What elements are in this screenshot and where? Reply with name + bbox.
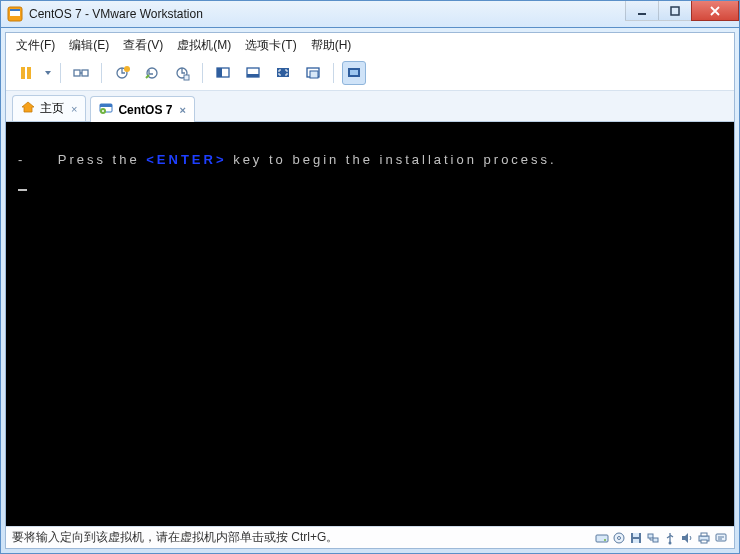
minimize-button[interactable] xyxy=(625,1,659,21)
svg-point-35 xyxy=(669,541,672,544)
svg-rect-22 xyxy=(350,70,358,75)
floppy-icon[interactable] xyxy=(629,531,643,545)
svg-point-27 xyxy=(604,539,606,541)
devices-button[interactable] xyxy=(69,61,93,85)
snapshot-revert-button[interactable] xyxy=(140,61,164,85)
svg-rect-26 xyxy=(596,535,608,542)
svg-rect-38 xyxy=(701,540,707,543)
pause-button[interactable] xyxy=(14,61,38,85)
svg-rect-33 xyxy=(648,534,653,538)
fit-guest-button[interactable] xyxy=(211,61,235,85)
svg-rect-31 xyxy=(633,533,639,537)
snapshot-manager-button[interactable] xyxy=(170,61,194,85)
svg-rect-34 xyxy=(653,538,658,542)
svg-point-29 xyxy=(618,536,621,539)
term-text-pre: Press the xyxy=(58,152,147,167)
svg-rect-13 xyxy=(184,75,189,80)
cd-icon[interactable] xyxy=(612,531,626,545)
svg-rect-24 xyxy=(100,104,112,107)
svg-rect-32 xyxy=(633,539,639,543)
svg-rect-17 xyxy=(247,74,259,77)
fullscreen-button[interactable] xyxy=(271,61,295,85)
vm-console[interactable]: - Press the <ENTER> key to begin the ins… xyxy=(6,122,734,526)
svg-rect-5 xyxy=(21,67,25,79)
menubar: 文件(F) 编辑(E) 查看(V) 虚拟机(M) 选项卡(T) 帮助(H) xyxy=(6,33,734,58)
vm-icon xyxy=(99,101,113,118)
svg-rect-7 xyxy=(74,70,80,76)
unity-button[interactable] xyxy=(301,61,325,85)
close-button[interactable] xyxy=(691,1,739,21)
term-enter-key: <ENTER> xyxy=(146,152,226,167)
hdd-icon[interactable] xyxy=(595,531,609,545)
svg-rect-4 xyxy=(671,7,679,15)
menu-vm[interactable]: 虚拟机(M) xyxy=(177,37,231,54)
menu-help[interactable]: 帮助(H) xyxy=(311,37,352,54)
window-titlebar: CentOS 7 - VMware Workstation xyxy=(0,0,740,28)
svg-rect-8 xyxy=(82,70,88,76)
power-dropdown[interactable] xyxy=(44,69,52,77)
tab-close-icon[interactable]: × xyxy=(179,104,185,116)
menu-view[interactable]: 查看(V) xyxy=(123,37,163,54)
network-icon[interactable] xyxy=(646,531,660,545)
fit-window-button[interactable] xyxy=(241,61,265,85)
svg-rect-6 xyxy=(27,67,31,79)
svg-rect-2 xyxy=(10,9,20,11)
term-dash: - xyxy=(18,152,25,167)
svg-rect-18 xyxy=(277,68,289,77)
tab-close-icon[interactable]: × xyxy=(71,103,77,115)
toolbar xyxy=(6,58,734,91)
statusbar: 要将输入定向到该虚拟机，请在虚拟机内部单击或按 Ctrl+G。 xyxy=(6,526,734,548)
app-icon xyxy=(7,6,23,22)
window-title: CentOS 7 - VMware Workstation xyxy=(29,7,626,21)
menu-file[interactable]: 文件(F) xyxy=(16,37,55,54)
snapshot-take-button[interactable] xyxy=(110,61,134,85)
tab-home-label: 主页 xyxy=(40,100,64,117)
status-message: 要将输入定向到该虚拟机，请在虚拟机内部单击或按 Ctrl+G。 xyxy=(12,529,595,546)
tab-home[interactable]: 主页 × xyxy=(12,95,86,121)
tabstrip: 主页 × CentOS 7 × xyxy=(6,91,734,122)
console-view-button[interactable] xyxy=(342,61,366,85)
window-controls xyxy=(626,1,739,27)
menu-tabs[interactable]: 选项卡(T) xyxy=(245,37,296,54)
svg-rect-15 xyxy=(217,68,222,77)
usb-icon[interactable] xyxy=(663,531,677,545)
window-frame: 文件(F) 编辑(E) 查看(V) 虚拟机(M) 选项卡(T) 帮助(H) 主页… xyxy=(0,28,740,554)
svg-rect-20 xyxy=(310,71,318,78)
tab-vm[interactable]: CentOS 7 × xyxy=(90,96,194,122)
tab-vm-label: CentOS 7 xyxy=(118,103,172,117)
svg-rect-37 xyxy=(701,533,707,536)
device-tray xyxy=(595,531,728,545)
menu-edit[interactable]: 编辑(E) xyxy=(69,37,109,54)
printer-icon[interactable] xyxy=(697,531,711,545)
svg-rect-3 xyxy=(638,13,646,15)
term-text-post: key to begin the installation process. xyxy=(227,152,557,167)
cursor-icon xyxy=(18,189,27,191)
message-icon[interactable] xyxy=(714,531,728,545)
sound-icon[interactable] xyxy=(680,531,694,545)
home-icon xyxy=(21,100,35,117)
svg-point-10 xyxy=(124,66,130,72)
maximize-button[interactable] xyxy=(658,1,692,21)
